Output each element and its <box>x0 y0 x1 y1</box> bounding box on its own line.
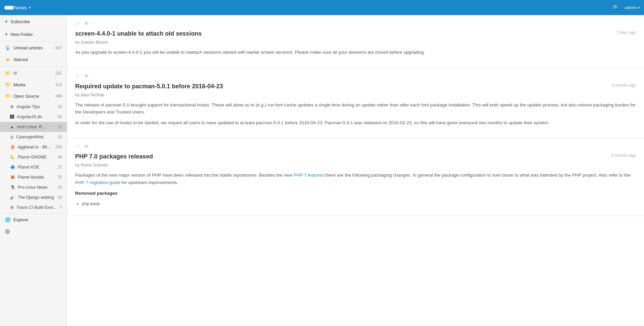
divider2 <box>0 66 67 67</box>
sidebar-feed-3[interactable]: ◎ CyanogenMod 10 ··· <box>0 132 67 142</box>
sidebar: + Subscribe + New Folder 📡 Unread articl… <box>0 15 67 326</box>
sidebar-feed-2[interactable]: ▲ Arch Linux: R... 10 ··· <box>0 122 67 132</box>
user-menu[interactable]: admin ▾ <box>625 5 640 10</box>
read-button-1[interactable]: 👁 <box>84 21 89 27</box>
dropdown-arrow: ▾ <box>29 5 31 10</box>
sidebar-feed-0[interactable]: ⚙ Angular Tips 20 ··· <box>0 102 67 112</box>
sidebar-item-unread[interactable]: 📡 Unread articles 837 <box>0 42 67 53</box>
list-item: php-pear <box>82 200 636 207</box>
sidebar-item-it[interactable]: 📁 IT 241 <box>0 67 67 79</box>
topbar: News ▾ 🔍 admin ▾ <box>0 0 644 15</box>
folder-icon-opensource: 📁 <box>5 93 11 99</box>
feed-icon-7: 🦊 <box>10 175 15 180</box>
feed-icon-4: 🥚 <box>10 145 15 149</box>
feed-label-6: Planet KDE <box>18 165 55 170</box>
star-button-1[interactable]: ☆ <box>75 20 80 27</box>
settings-link[interactable]: ⚙ <box>0 225 67 238</box>
article-meta-2: by Allan McRae <box>75 93 636 97</box>
php7-features-link[interactable]: PHP 7 features <box>293 173 324 178</box>
article-time-2: 3 months ago <box>611 83 636 88</box>
plus-icon: + <box>5 18 8 25</box>
search-icon[interactable]: 🔍 <box>613 4 620 11</box>
article-1: ☆ 👁 screen-4.4.0-1 unable to attach old … <box>67 15 644 68</box>
article-meta-3: by Pierre Schmitz <box>75 163 636 168</box>
article-body-3: Packages of the new major version of PHP… <box>75 172 636 207</box>
sidebar-feed-7[interactable]: 🦊 Planet Mozilla 75 ··· <box>0 172 67 182</box>
nextcloud-logo <box>4 4 14 11</box>
feed-label-2: Arch Linux: R... <box>17 125 55 129</box>
read-button-3[interactable]: 👁 <box>84 144 89 150</box>
feed-icon-9: 🎸 <box>10 195 15 200</box>
rss-icon: 📡 <box>5 45 11 50</box>
feed-label-1: AngularJS.de <box>17 114 55 119</box>
star-icon: ★ <box>5 56 11 63</box>
feed-label-3: CyanogenMod <box>16 135 55 139</box>
article-3: ☆ 👁 PHP 7.0 packages released 6 months a… <box>67 138 644 216</box>
sidebar-item-opensource[interactable]: 📁 Open Source 486 <box>0 90 67 102</box>
article-time-1: 7 days ago <box>616 30 636 35</box>
feed-icon-8: 🐧 <box>10 185 15 190</box>
feed-icon-3: ◎ <box>10 135 13 139</box>
star-button-3[interactable]: ☆ <box>75 143 80 150</box>
content-area: ☆ 👁 screen-4.4.0-1 unable to attach old … <box>67 15 644 326</box>
sidebar-item-media[interactable]: 📁 Media 110 <box>0 79 67 90</box>
folder-icon-it: 📁 <box>5 71 11 76</box>
feed-label-8: Pro-Linux News <box>18 185 55 190</box>
article-title-1: screen-4.4.0-1 unable to attach old sess… <box>75 30 611 37</box>
sidebar-feed-1[interactable]: 🅰 AngularJS.de 62 ··· <box>0 112 67 122</box>
folder-icon-media: 📁 <box>5 82 11 87</box>
removed-packages-list: php-pear <box>82 200 636 207</box>
sidebar-feed-5[interactable]: 🦶 Planet GNOME 40 ··· <box>0 152 67 162</box>
explore-icon: 🌐 <box>5 217 11 222</box>
read-button-2[interactable]: 👁 <box>84 73 89 79</box>
feed-label-5: Planet GNOME <box>18 155 55 159</box>
removed-packages-heading: Removed packages <box>75 191 117 196</box>
article-title-3: PHP 7.0 packages released <box>75 153 606 160</box>
feed-icon-2: ▲ <box>10 125 14 129</box>
sidebar-item-explore[interactable]: 🌐 Explore <box>0 214 67 225</box>
feed-list: ⚙ Angular Tips 20 ··· 🅰 AngularJS.de 62 … <box>0 102 67 213</box>
divider <box>0 41 67 42</box>
feed-icon-1: 🅰 <box>10 114 14 119</box>
feed-icon-5: 🦶 <box>10 155 15 159</box>
feed-label-4: egghead.io - Bite-si... <box>18 145 53 149</box>
subscribe-button[interactable]: + Subscribe <box>0 15 67 28</box>
feed-label-9: The Django weblog <box>18 195 55 200</box>
sidebar-feed-6[interactable]: 🔷 Planet KDE 27 ··· <box>0 162 67 172</box>
feed-icon-10: ⚙ <box>10 205 14 210</box>
article-2: ☆ 👁 Required update to pacman-5.0.1 befo… <box>67 68 644 138</box>
star-button-2[interactable]: ☆ <box>75 73 80 80</box>
php7-migration-link[interactable]: PHP 7 migration guide <box>75 180 120 185</box>
sidebar-item-starred[interactable]: ★ Starred <box>0 53 67 66</box>
sidebar-feed-9[interactable]: 🎸 The Django weblog 10 ··· <box>0 192 67 202</box>
article-meta-1: by Gaetan Bisson <box>75 40 636 45</box>
svg-point-2 <box>10 6 14 10</box>
feed-icon-6: 🔷 <box>10 165 15 170</box>
feed-label-10: Travis CI Build Envi... <box>16 205 57 210</box>
app-title[interactable]: News ▾ <box>14 5 31 10</box>
sidebar-feed-10[interactable]: ⚙ Travis CI Build Envi... 7 ··· <box>0 202 67 213</box>
plus-icon-folder: + <box>5 31 8 37</box>
divider3 <box>0 213 67 214</box>
new-folder-button[interactable]: + New Folder <box>0 28 67 41</box>
sidebar-feed-4[interactable]: 🥚 egghead.io - Bite-si... 200 ··· <box>0 142 67 152</box>
article-body-1: As you upgrade to screen-4.4.0-1 you wil… <box>75 49 636 56</box>
article-time-3: 6 months ago <box>611 153 636 158</box>
sidebar-feed-8[interactable]: 🐧 Pro-Linux News 25 ··· <box>0 182 67 192</box>
feed-icon-0: ⚙ <box>10 104 14 109</box>
article-title-2: Required update to pacman-5.0.1 before 2… <box>75 83 606 90</box>
article-body-2: The release of pacman-5.0 brought suppor… <box>75 101 636 127</box>
feed-label-0: Angular Tips <box>16 104 55 109</box>
feed-label-7: Planet Mozilla <box>18 175 55 180</box>
